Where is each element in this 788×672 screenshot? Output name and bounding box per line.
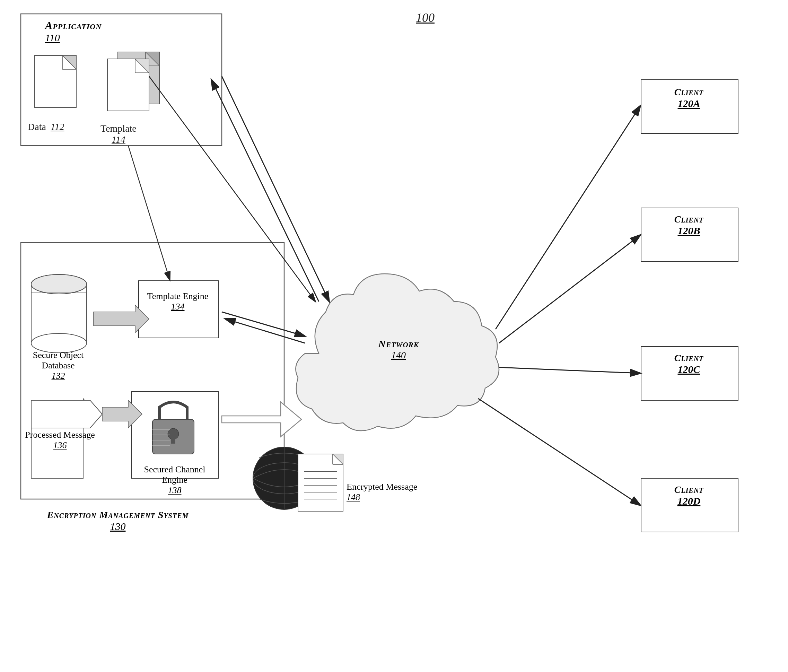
svg-line-53 (222, 312, 305, 336)
svg-rect-38 (298, 454, 343, 511)
svg-point-18 (31, 275, 87, 294)
svg-line-57 (499, 235, 640, 343)
svg-line-51 (222, 76, 329, 302)
svg-line-61 (149, 76, 315, 302)
svg-point-28 (168, 428, 179, 440)
application-label: Application 110 (45, 19, 102, 44)
template-engine-label: Template Engine 134 (141, 291, 214, 312)
svg-rect-4 (35, 56, 76, 108)
svg-marker-9 (146, 52, 159, 66)
client-120c-label: Client 120C (647, 353, 731, 375)
svg-point-35 (253, 447, 315, 510)
client-120b-label: Client 120B (647, 214, 731, 237)
template-label: Template 114 (100, 123, 137, 145)
svg-marker-25 (31, 400, 102, 428)
svg-line-52 (211, 80, 319, 302)
network-label: Network 140 (361, 338, 437, 361)
svg-rect-17 (31, 284, 87, 343)
svg-line-60 (128, 146, 170, 280)
encrypted-message-label: Encrypted Message 148 (346, 482, 423, 502)
svg-marker-23 (94, 305, 149, 333)
svg-line-56 (496, 106, 640, 329)
svg-rect-27 (153, 419, 194, 454)
svg-marker-34 (102, 400, 142, 428)
svg-point-36 (253, 463, 315, 494)
ems-label: Encryption Management System 130 (21, 510, 215, 532)
svg-point-20 (31, 275, 87, 294)
svg-marker-13 (135, 59, 149, 73)
client-120a-label: Client 120A (647, 87, 731, 110)
svg-rect-12 (107, 59, 149, 111)
svg-rect-29 (171, 435, 175, 443)
svg-rect-8 (118, 52, 159, 104)
client-120d-label: Client 120D (647, 484, 731, 507)
secured-channel-engine-label: Secured Channel Engine 138 (133, 464, 216, 496)
data-label: Data 112 (28, 121, 64, 132)
svg-marker-55 (222, 402, 302, 437)
svg-line-59 (478, 399, 640, 505)
svg-line-58 (499, 367, 640, 373)
svg-line-54 (225, 319, 305, 343)
diagram: 100 Application 110 Data 112 Template 11… (0, 0, 788, 672)
svg-marker-39 (333, 454, 343, 464)
processed-message-label: Processed Message 136 (24, 430, 96, 451)
secure-object-db-label: Secure Object Database 132 (24, 350, 93, 381)
diagram-number-100: 100 (416, 10, 435, 25)
svg-marker-5 (62, 56, 76, 69)
